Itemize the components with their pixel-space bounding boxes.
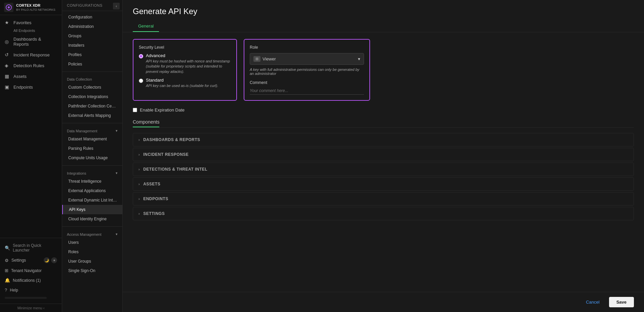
sidebar-item-user-groups[interactable]: User Groups [62, 257, 122, 266]
components-divider [133, 127, 634, 128]
sidebar-item-custom-collectors[interactable]: Custom Collectors [62, 83, 122, 92]
left-navigation: CORTEX XDR BY PALO ALTO NETWORKS ★ Favor… [0, 0, 62, 312]
page-tabs: General [133, 21, 634, 32]
component-dashboards-reports[interactable]: › DASHBOARDS & REPORTS [133, 133, 634, 146]
component-detections-threat-intel[interactable]: › DETECTIONS & THREAT INTEL [133, 163, 634, 176]
sidebar-item-compute-units[interactable]: Compute Units Usage [62, 153, 122, 163]
help-icon: ? [5, 287, 7, 293]
chevron-down-icon-2: ▾ [116, 129, 118, 133]
nav-item-assets[interactable]: ▦ Assets [0, 71, 62, 82]
nav-item-favorites[interactable]: ★ Favorites [0, 17, 62, 28]
sidebar-item-installers[interactable]: Installers [62, 41, 122, 50]
save-button[interactable]: Save [609, 297, 634, 307]
sidebar-item-collection-integrations[interactable]: Collection Integrations [62, 92, 122, 101]
component-label-assets: ASSETS [143, 182, 160, 186]
nav-bottom-help[interactable]: ? Help [0, 285, 62, 295]
cancel-button[interactable]: Cancel [580, 297, 605, 307]
sidebar-item-external-applications[interactable]: External Applications [62, 186, 122, 195]
component-label-incident: INCIDENT RESPONSE [143, 152, 189, 157]
settings-icon: ⚙ [5, 258, 9, 263]
role-select-inner: ⊞ Viewer [253, 56, 276, 62]
sidebar-item-single-sign-on[interactable]: Single Sign-On [62, 266, 122, 275]
nav-items-list: ★ Favorites All Endpoints ◎ Dashboards &… [0, 15, 62, 238]
components-tab-label[interactable]: Components [133, 119, 159, 127]
enable-expiry-row: Enable Expiration Date [133, 107, 634, 113]
sidebar-item-dataset-management[interactable]: Dataset Management [62, 134, 122, 144]
chevron-dashboards-icon: › [138, 138, 140, 142]
nav-sub-all-endpoints[interactable]: All Endpoints [0, 28, 62, 34]
minimize-menu-button[interactable]: Minimize menu ‹ [0, 304, 62, 312]
sidebar-section-title-data-management[interactable]: Data Management ▾ [62, 126, 122, 134]
quick-launcher-search[interactable]: 🔍 Search in Quick Launcher [0, 241, 62, 255]
component-assets[interactable]: › ASSETS [133, 177, 634, 191]
component-incident-response[interactable]: › INCIDENT RESPONSE [133, 148, 634, 161]
chevron-down-role-icon: ▾ [358, 56, 360, 61]
dashboards-icon: ◎ [5, 39, 11, 44]
sidebar-item-api-keys[interactable]: API Keys [62, 205, 122, 214]
security-role-row: Security Level Advanced API key must be … [133, 39, 634, 101]
assets-icon: ▦ [5, 74, 11, 79]
component-settings[interactable]: › SETTINGS [133, 207, 634, 220]
sidebar-item-external-alerts[interactable]: External Alerts Mapping [62, 111, 122, 120]
sidebar-item-policies[interactable]: Policies [62, 59, 122, 69]
nav-item-detection-rules[interactable]: ◈ Detection Rules [0, 60, 62, 71]
chevron-down-icon-4: ▾ [116, 232, 118, 236]
tab-general[interactable]: General [133, 21, 159, 32]
svg-point-1 [8, 6, 10, 8]
sidebar-item-users[interactable]: Users [62, 238, 122, 247]
role-icon: ⊞ [253, 56, 260, 62]
theme-sun-icon[interactable]: ☀ [51, 257, 57, 263]
advanced-radio-input[interactable] [139, 54, 143, 58]
component-endpoints[interactable]: › ENDPOINTS [133, 192, 634, 206]
search-icon: 🔍 [5, 246, 10, 251]
app-subtitle: BY PALO ALTO NETWORKS [16, 8, 55, 11]
standard-radio-desc: API key can be used as-is (suitable for … [146, 83, 218, 88]
theme-moon-icon[interactable]: 🌙 [44, 257, 50, 263]
nav-item-dashboards[interactable]: ◎ Dashboards & Reports [0, 34, 62, 49]
sidebar-section-data-management: Data Management ▾ Dataset Management Par… [62, 125, 122, 164]
role-note: A key with full administrative permissio… [250, 68, 364, 76]
nav-bottom-settings[interactable]: ⚙ Settings 🌙 ☀ [0, 255, 62, 266]
detection-icon: ◈ [5, 63, 11, 68]
sidebar-item-configuration[interactable]: Configuration [62, 12, 122, 22]
sidebar-section-access-management: Access Management ▾ Users Roles User Gro… [62, 228, 122, 277]
components-tab-header: Components [133, 119, 634, 127]
sidebar-section-title-access-management[interactable]: Access Management ▾ [62, 229, 122, 238]
sidebar-item-external-dynamic[interactable]: External Dynamic List Integra... [62, 195, 122, 205]
sidebar-item-groups[interactable]: Groups [62, 31, 122, 41]
role-comment-box: Role ⊞ Viewer ▾ A key with full administ… [244, 39, 370, 101]
sidebar-header: CONFIGURATIONS ‹ [62, 0, 122, 11]
nav-item-incident-response[interactable]: ↺ Incident Response [0, 49, 62, 60]
enable-expiry-checkbox[interactable] [133, 108, 137, 112]
role-value: Viewer [263, 56, 276, 61]
sidebar-item-cloud-identity[interactable]: Cloud Identity Engine [62, 214, 122, 224]
sidebar-item-profiles[interactable]: Profiles [62, 50, 122, 59]
app-name: CORTEX XDR [16, 3, 55, 8]
logo-area: CORTEX XDR BY PALO ALTO NETWORKS [0, 0, 62, 15]
chevron-incident-icon: › [138, 152, 140, 157]
nav-label-favorites: Favorites [13, 20, 31, 25]
nav-bottom-tenant[interactable]: ⊞ Tenant Navigator [0, 266, 62, 275]
sidebar-item-pathfinder[interactable]: Pathfinder Collection Center [62, 101, 122, 111]
component-label-settings: SETTINGS [143, 211, 165, 216]
sidebar-section-title-integrations[interactable]: Integrations ▾ [62, 168, 122, 177]
sidebar-collapse-button[interactable]: ‹ [113, 3, 120, 9]
sidebar-section-integrations: Integrations ▾ Threat Intelligence Exter… [62, 167, 122, 225]
sidebar-item-roles[interactable]: Roles [62, 247, 122, 257]
security-level-label: Security Level [139, 45, 231, 50]
sidebar-divider-2 [62, 123, 122, 123]
nav-item-endpoints[interactable]: ▣ Endpoints [0, 82, 62, 92]
favorites-icon: ★ [5, 20, 11, 25]
sidebar-section-title-data-collection[interactable]: Data Collection [62, 75, 122, 83]
sidebar-item-threat-intelligence[interactable]: Threat Intelligence [62, 177, 122, 186]
standard-radio-input[interactable] [139, 79, 143, 83]
role-select[interactable]: ⊞ Viewer ▾ [250, 53, 364, 65]
nav-bottom-notifications[interactable]: 🔔 Notifications (1) [0, 275, 62, 285]
page-body: Security Level Advanced API key must be … [123, 32, 644, 292]
sidebar-item-parsing-rules[interactable]: Parsing Rules [62, 144, 122, 153]
notifications-label: Notifications (1) [13, 278, 41, 283]
comment-input[interactable] [250, 87, 364, 95]
tenant-icon: ⊞ [5, 268, 8, 273]
sidebar-item-administration[interactable]: Administration [62, 22, 122, 31]
role-label: Role [250, 45, 364, 50]
